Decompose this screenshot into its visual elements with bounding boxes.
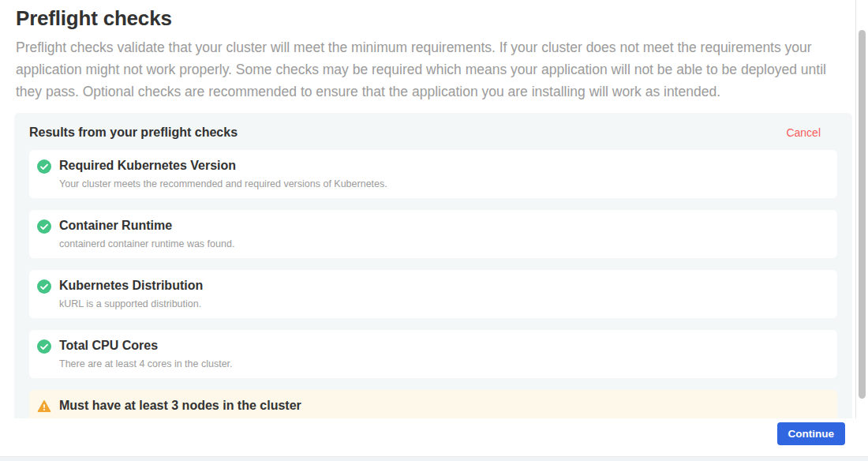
check-circle-icon [37, 279, 51, 294]
check-title: Kubernetes Distribution [59, 279, 203, 293]
check-text: Kubernetes Distribution kURL is a suppor… [59, 279, 203, 310]
check-message: There are at least 4 cores in the cluste… [59, 358, 233, 370]
check-card: Required Kubernetes Version Your cluster… [29, 150, 837, 198]
page-title: Preflight checks [16, 6, 843, 30]
page-description: Preflight checks validate that your clus… [16, 36, 843, 103]
check-message: kURL is a supported distribution. [59, 298, 203, 310]
scrollbar-thumb[interactable] [859, 30, 866, 399]
check-card: Kubernetes Distribution kURL is a suppor… [29, 270, 837, 318]
footer-bar: Continue [0, 418, 855, 456]
scroll-area-divider [855, 0, 856, 418]
preflight-results-panel: Results from your preflight checks Cance… [14, 113, 852, 461]
check-circle-icon [37, 159, 51, 174]
panel-header: Results from your preflight checks Cance… [29, 126, 837, 140]
warning-triangle-icon [37, 399, 51, 414]
page-header: Preflight checks Preflight checks valida… [16, 6, 843, 103]
check-card: Container Runtime containerd container r… [29, 210, 837, 258]
check-title: Total CPU Cores [59, 339, 233, 353]
check-title: Must have at least 3 nodes in the cluste… [59, 399, 301, 413]
check-circle-icon [37, 339, 51, 354]
check-card: Total CPU Cores There are at least 4 cor… [29, 330, 837, 378]
check-text: Required Kubernetes Version Your cluster… [59, 159, 387, 190]
check-text: Container Runtime containerd container r… [59, 219, 234, 250]
check-message: containerd container runtime was found. [59, 238, 234, 250]
check-title: Container Runtime [59, 219, 234, 233]
preflight-page: Preflight checks Preflight checks valida… [0, 0, 868, 461]
check-message: Your cluster meets the recommended and r… [59, 178, 387, 190]
page-bottom-strip [0, 456, 868, 461]
panel-title: Results from your preflight checks [29, 126, 238, 140]
check-list: Required Kubernetes Version Your cluster… [29, 150, 837, 438]
continue-button[interactable]: Continue [777, 422, 846, 445]
check-title: Required Kubernetes Version [59, 159, 387, 173]
cancel-link[interactable]: Cancel [786, 126, 821, 139]
check-circle-icon [37, 219, 51, 234]
check-text: Total CPU Cores There are at least 4 cor… [59, 339, 233, 370]
